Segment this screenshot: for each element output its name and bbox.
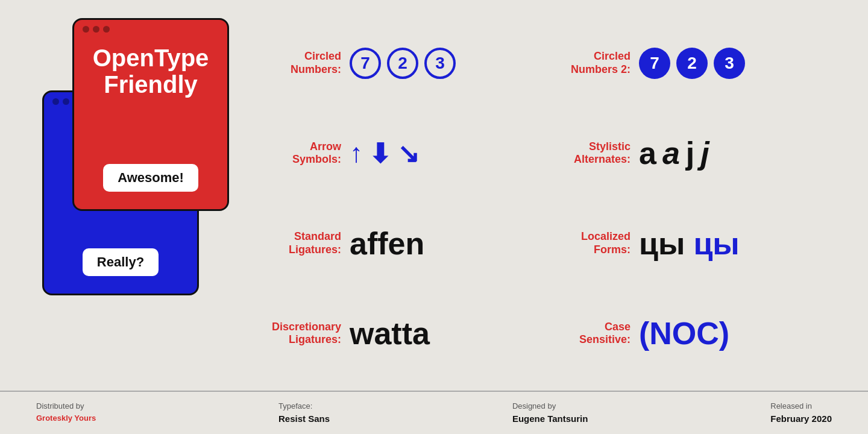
arrow-symbols-value: ↑ ⬇ ↘ [350, 138, 420, 169]
discretionary-ligatures-cell: DiscretionaryLigatures: watta [253, 310, 542, 356]
case-sensitive-cell: CaseSensitive: (NOC) [542, 310, 832, 356]
released-label: Released in [770, 400, 832, 412]
circled-numbers2-cell: CircledNumbers 2: 7 2 3 [542, 43, 832, 84]
designer-label: Designed by [512, 400, 588, 412]
arrow-symbols-cell: ArrowSymbols: ↑ ⬇ ↘ [253, 133, 542, 174]
blue-button[interactable]: Really? [83, 248, 159, 276]
features-grid: CircledNumbers: 7 2 3 CircledNumbers 2: … [229, 18, 832, 379]
standard-ligatures-value: affen [350, 225, 424, 262]
circled-numbers-label: CircledNumbers: [263, 50, 341, 76]
dot-2 [93, 26, 99, 33]
cyrillic-black: цы [639, 225, 685, 262]
dot-4 [52, 98, 59, 105]
localized-forms-label: LocalizedForms: [552, 230, 631, 256]
red-browser-window: OpenType Friendly Awesome! [72, 18, 229, 211]
standard-ligatures-label: StandardLigatures: [263, 230, 341, 256]
red-titlebar [74, 20, 227, 39]
stylistic-alternates-label: StylisticAlternates: [552, 140, 631, 166]
filled-7: 7 [639, 48, 670, 79]
footer-designer: Designed by Eugene Tantsurin [512, 400, 588, 426]
stylistic-j-alt: j [700, 135, 709, 171]
circled-numbers2-value: 7 2 3 [639, 48, 745, 79]
arrow-up-icon: ↑ [350, 138, 363, 168]
distributed-value: Groteskly Yours [36, 412, 96, 424]
discretionary-ligatures-label: DiscretionaryLigatures: [263, 321, 341, 347]
red-heading: OpenType Friendly [86, 45, 215, 98]
circled-3: 3 [424, 48, 456, 79]
cyrillic-blue: цы [693, 225, 739, 262]
filled-2: 2 [676, 48, 708, 79]
arrow-downright-icon: ↘ [397, 138, 420, 169]
content-area: OpenType Friendly Awesome! Cool, right? … [0, 0, 868, 391]
stylistic-value: a a j j [639, 135, 709, 171]
stylistic-a-alt: a [662, 135, 680, 171]
released-value: February 2020 [770, 412, 832, 426]
footer-released: Released in February 2020 [770, 400, 832, 426]
footer-typeface: Typeface: Resist Sans [278, 400, 330, 426]
arrow-down-icon: ⬇ [369, 138, 391, 169]
localized-forms-value: цы цы [639, 225, 740, 262]
stylistic-a-normal: a [639, 135, 656, 171]
typeface-value: Resist Sans [278, 412, 330, 426]
designer-value: Eugene Tantsurin [512, 412, 588, 426]
standard-ligatures-cell: StandardLigatures: affen [253, 221, 542, 266]
footer-distributed: Distributed by Groteskly Yours [36, 400, 96, 424]
arrow-symbols-label: ArrowSymbols: [263, 140, 341, 166]
stylistic-alternates-cell: StylisticAlternates: a a j j [542, 130, 832, 176]
red-browser-body: OpenType Friendly Awesome! [74, 39, 227, 204]
filled-3: 3 [714, 48, 745, 79]
footer: Distributed by Groteskly Yours Typeface:… [0, 391, 868, 434]
main-container: OpenType Friendly Awesome! Cool, right? … [0, 0, 868, 434]
dot-5 [63, 98, 69, 105]
circled-numbers2-label: CircledNumbers 2: [552, 50, 631, 76]
red-button[interactable]: Awesome! [103, 164, 198, 192]
circled-7: 7 [350, 48, 381, 79]
dot-3 [103, 26, 110, 33]
circled-numbers-value: 7 2 3 [350, 48, 456, 79]
circled-numbers-cell: CircledNumbers: 7 2 3 [253, 43, 542, 84]
discretionary-ligatures-value: watta [350, 315, 430, 351]
circled-2: 2 [387, 48, 418, 79]
distributed-label: Distributed by [36, 401, 84, 410]
typeface-label: Typeface: [278, 400, 330, 412]
case-sensitive-label: CaseSensitive: [552, 321, 631, 347]
dot-1 [83, 26, 89, 33]
localized-forms-cell: LocalizedForms: цы цы [542, 221, 832, 266]
left-panel: OpenType Friendly Awesome! Cool, right? … [36, 18, 229, 379]
stylistic-j-normal: j [686, 135, 694, 171]
case-sensitive-value: (NOC) [639, 315, 729, 351]
